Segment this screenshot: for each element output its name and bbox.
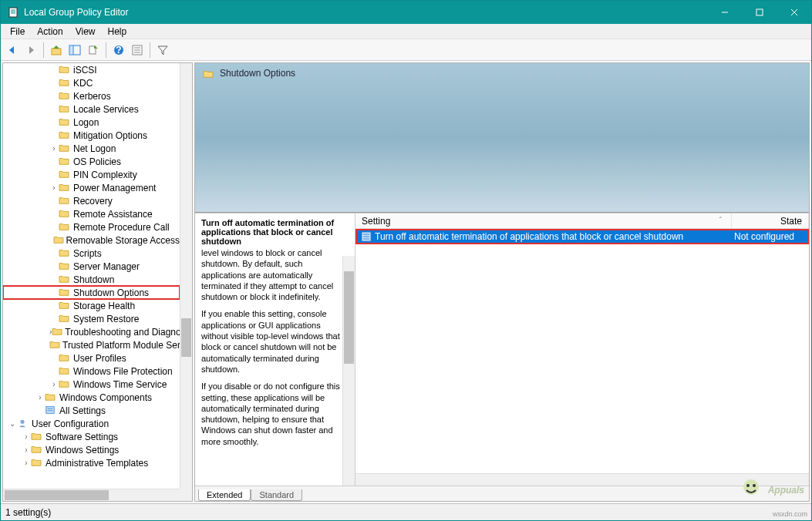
help-button[interactable]: ? bbox=[110, 42, 127, 59]
list-header: Setting⌃ State bbox=[355, 213, 809, 229]
show-hide-tree-button[interactable] bbox=[66, 42, 83, 59]
minimize-button[interactable] bbox=[707, 1, 742, 24]
menu-help[interactable]: Help bbox=[102, 25, 133, 39]
menu-file[interactable]: File bbox=[4, 25, 31, 39]
menu-action[interactable]: Action bbox=[31, 25, 69, 39]
menu-view[interactable]: View bbox=[69, 25, 102, 39]
tree-item[interactable]: Remote Procedure Call bbox=[3, 220, 180, 234]
tree-item-label: OS Policies bbox=[73, 156, 121, 167]
expand-icon[interactable]: › bbox=[22, 459, 31, 467]
separator bbox=[106, 42, 106, 58]
back-button[interactable] bbox=[4, 42, 21, 59]
tree-vertical-scrollbar[interactable] bbox=[180, 63, 192, 489]
tree-item[interactable]: PIN Complexity bbox=[3, 168, 180, 181]
tree-item[interactable]: Removable Storage Access bbox=[3, 234, 180, 247]
scrollbar-thumb[interactable] bbox=[5, 490, 109, 500]
column-header-setting[interactable]: Setting⌃ bbox=[355, 213, 732, 228]
expand-icon[interactable]: › bbox=[22, 445, 31, 454]
tree-item[interactable]: Logon bbox=[3, 116, 180, 129]
description-paragraph: level windows to block or cancel shutdow… bbox=[201, 247, 349, 302]
tree-item-label: iSCSI bbox=[73, 65, 97, 76]
tree-item[interactable]: Windows File Protection bbox=[3, 365, 180, 378]
tree-item[interactable]: Shutdown Options bbox=[3, 286, 180, 299]
tree-item[interactable]: System Restore bbox=[3, 312, 180, 325]
tree-item[interactable]: ›Windows Time Service bbox=[3, 378, 180, 391]
list-body[interactable]: Turn off automatic termination of applic… bbox=[355, 229, 809, 473]
menu-bar: File Action View Help bbox=[1, 24, 811, 39]
tree-item[interactable]: All Settings bbox=[3, 404, 180, 417]
tree-item[interactable]: Locale Services bbox=[3, 103, 180, 116]
tree-item[interactable]: ›Software Settings bbox=[3, 430, 180, 443]
tree-item[interactable]: Mitigation Options bbox=[3, 129, 180, 142]
tab-standard[interactable]: Standard bbox=[251, 489, 302, 501]
tab-extended[interactable]: Extended bbox=[198, 489, 251, 501]
tree-item[interactable]: ›Administrative Templates bbox=[3, 456, 180, 469]
description-scrollbar[interactable] bbox=[342, 256, 355, 486]
expand-icon[interactable]: › bbox=[49, 144, 59, 153]
watermark-subtext: wsxdn.com bbox=[773, 510, 807, 518]
tree-view[interactable]: iSCSIKDCKerberosLocale ServicesLogonMiti… bbox=[3, 63, 180, 489]
scrollbar-thumb[interactable] bbox=[344, 271, 354, 364]
header-banner: Shutdown Options bbox=[195, 63, 809, 213]
close-button[interactable] bbox=[777, 1, 811, 24]
tree-item-label: Shutdown bbox=[73, 274, 114, 285]
tree-item[interactable]: ›Power Management bbox=[3, 181, 180, 194]
collapse-icon[interactable]: ⌄ bbox=[8, 419, 17, 428]
folder-icon bbox=[59, 274, 71, 285]
tree-item[interactable]: ›Windows Settings bbox=[3, 443, 180, 456]
tree-item[interactable]: Recovery bbox=[3, 194, 180, 207]
tree-item[interactable]: ›Net Logon bbox=[3, 142, 180, 155]
tree-item[interactable]: Kerberos bbox=[3, 89, 180, 103]
svg-rect-11 bbox=[70, 46, 72, 54]
description-title: Turn off automatic termination of applic… bbox=[201, 218, 349, 246]
tree-item[interactable]: Storage Health bbox=[3, 299, 180, 312]
tree-item[interactable]: ⌄User Configuration bbox=[3, 417, 180, 430]
separator bbox=[150, 42, 150, 58]
details-row: Turn off automatic termination of applic… bbox=[195, 213, 809, 486]
tree-item[interactable]: Scripts bbox=[3, 247, 180, 260]
tree-item[interactable]: ›Windows Components bbox=[3, 391, 180, 404]
column-header-state[interactable]: State bbox=[732, 213, 809, 228]
window-controls bbox=[707, 1, 811, 24]
expand-icon[interactable]: › bbox=[22, 432, 31, 441]
up-button[interactable] bbox=[48, 42, 65, 59]
properties-button[interactable] bbox=[129, 42, 146, 59]
setting-row[interactable]: Turn off automatic termination of applic… bbox=[356, 230, 808, 244]
folder-icon bbox=[45, 392, 57, 403]
folder-icon bbox=[59, 78, 71, 89]
tree-item[interactable]: OS Policies bbox=[3, 155, 180, 168]
description-pane: Turn off automatic termination of applic… bbox=[195, 213, 355, 486]
tree-item-label: User Configuration bbox=[32, 418, 109, 429]
forward-button[interactable] bbox=[22, 42, 39, 59]
details-pane: Shutdown Options Turn off automatic term… bbox=[194, 62, 810, 502]
tree-item-label: Windows File Protection bbox=[73, 366, 173, 377]
filter-button[interactable] bbox=[154, 42, 171, 59]
tree-item-label: Logon bbox=[73, 117, 99, 128]
list-horizontal-scrollbar[interactable] bbox=[355, 473, 809, 486]
description-paragraph: If you disable or do not configure this … bbox=[201, 381, 349, 447]
tree-item[interactable]: User Profiles bbox=[3, 351, 180, 365]
scrollbar-thumb[interactable] bbox=[181, 318, 191, 357]
maximize-button[interactable] bbox=[742, 1, 777, 24]
expand-icon[interactable]: › bbox=[49, 380, 59, 388]
tree-item[interactable]: ›Troubleshooting and Diagnostics bbox=[3, 325, 180, 338]
tree-item[interactable]: iSCSI bbox=[3, 63, 180, 76]
tree-item-label: System Restore bbox=[73, 314, 139, 324]
tree-item-label: Recovery bbox=[73, 196, 113, 207]
status-bar: 1 setting(s) bbox=[1, 503, 811, 520]
tree-item[interactable]: Remote Assistance bbox=[3, 207, 180, 220]
tree-horizontal-scrollbar[interactable] bbox=[3, 489, 180, 501]
tree-item[interactable]: Trusted Platform Module Services bbox=[3, 338, 180, 351]
folder-icon bbox=[59, 91, 71, 102]
export-button[interactable] bbox=[85, 42, 102, 59]
tree-item[interactable]: KDC bbox=[3, 76, 180, 89]
folder-icon bbox=[59, 222, 71, 233]
tree-item-label: Power Management bbox=[73, 183, 156, 193]
folder-icon bbox=[59, 248, 71, 259]
folder-icon bbox=[49, 340, 60, 351]
expand-icon[interactable]: › bbox=[35, 393, 45, 402]
expand-icon[interactable]: › bbox=[49, 183, 59, 192]
setting-name: Turn off automatic termination of applic… bbox=[375, 231, 734, 242]
tree-item[interactable]: Server Manager bbox=[3, 260, 180, 273]
tree-item[interactable]: Shutdown bbox=[3, 273, 180, 286]
